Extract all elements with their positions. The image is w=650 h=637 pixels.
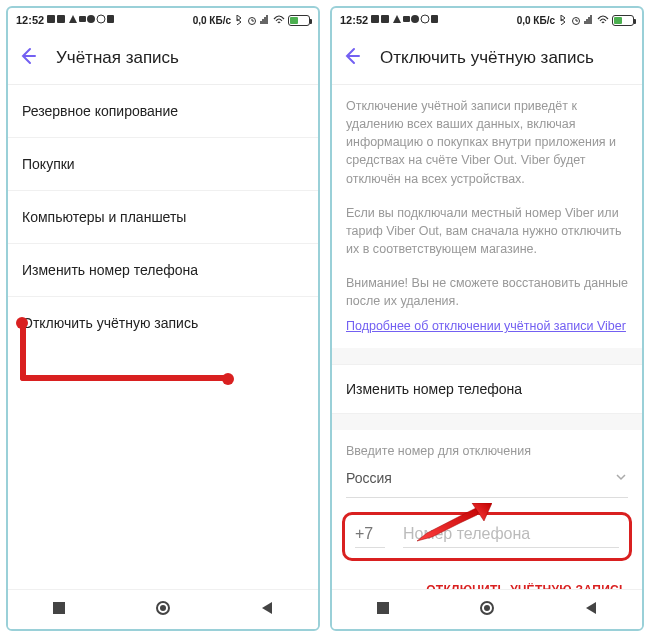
nav-back-icon[interactable] — [584, 601, 598, 619]
field-label: Введите номер для отключения — [332, 430, 642, 464]
learn-more-link[interactable]: Подробнее об отключении учётной записи V… — [332, 314, 642, 348]
wifi-icon — [273, 15, 285, 25]
svg-rect-1 — [57, 15, 65, 23]
country-value: Россия — [346, 470, 392, 486]
back-icon[interactable] — [342, 46, 362, 70]
svg-point-4 — [87, 15, 95, 23]
divider — [332, 414, 642, 430]
content-area: Отключение учётной записи приведёт к уда… — [332, 85, 642, 589]
svg-marker-14 — [393, 15, 401, 23]
content-area: Резервное копирование Покупки Компьютеры… — [8, 85, 318, 589]
status-time: 12:52 — [340, 14, 368, 26]
bluetooth-icon — [558, 15, 568, 25]
phone-input-highlight: +7 Номер телефона — [342, 512, 632, 561]
svg-rect-0 — [47, 15, 55, 23]
svg-marker-11 — [262, 602, 272, 614]
status-network: 0,0 КБ/с — [193, 15, 231, 26]
status-time: 12:52 — [16, 14, 44, 26]
back-icon[interactable] — [18, 46, 38, 70]
svg-point-24 — [484, 605, 490, 611]
status-bar: 12:52 0,0 КБ/с — [8, 8, 318, 32]
svg-rect-3 — [79, 16, 86, 22]
phone-screen-left: 12:52 0,0 КБ/с Учётная запись Резервное … — [6, 6, 320, 631]
signal-icon — [260, 15, 270, 25]
info-paragraph-2: Если вы подключали местный номер Viber и… — [332, 192, 642, 262]
phone-screen-right: 12:52 0,0 КБ/с Отключить учётную запись … — [330, 6, 644, 631]
svg-point-17 — [421, 15, 429, 23]
svg-rect-8 — [53, 602, 65, 614]
battery-icon — [612, 15, 634, 26]
section-change-number[interactable]: Изменить номер телефона — [332, 364, 642, 414]
chevron-down-icon — [614, 470, 628, 487]
list-item-change-number[interactable]: Изменить номер телефона — [8, 244, 318, 297]
nav-bar — [8, 589, 318, 629]
status-network: 0,0 КБ/с — [517, 15, 555, 26]
deactivate-button[interactable]: ОТКЛЮЧИТЬ УЧЁТНУЮ ЗАПИСЬ — [332, 569, 642, 589]
list-item-backup[interactable]: Резервное копирование — [8, 85, 318, 138]
nav-bar — [332, 589, 642, 629]
divider — [332, 348, 642, 364]
signal-icon — [584, 15, 594, 25]
info-paragraph-3: Внимание! Вы не сможете восстановить дан… — [332, 262, 642, 314]
svg-marker-25 — [586, 602, 596, 614]
phone-prefix[interactable]: +7 — [355, 525, 385, 548]
alarm-icon — [247, 15, 257, 25]
nav-home-icon[interactable] — [479, 600, 495, 620]
status-icons-left — [47, 14, 117, 26]
page-title: Учётная запись — [56, 48, 179, 68]
country-select[interactable]: Россия — [346, 464, 628, 498]
svg-point-10 — [160, 605, 166, 611]
list-item-devices[interactable]: Компьютеры и планшеты — [8, 191, 318, 244]
svg-rect-18 — [431, 15, 438, 23]
list-item-deactivate[interactable]: Отключить учётную запись — [8, 297, 318, 349]
status-icons-left — [371, 14, 441, 26]
alarm-icon — [571, 15, 581, 25]
battery-icon — [288, 15, 310, 26]
svg-point-16 — [411, 15, 419, 23]
svg-rect-22 — [377, 602, 389, 614]
svg-rect-6 — [107, 15, 114, 23]
svg-rect-13 — [381, 15, 389, 23]
nav-recent-icon[interactable] — [376, 601, 390, 619]
phone-number-input[interactable]: Номер телефона — [403, 525, 619, 548]
svg-rect-15 — [403, 16, 410, 22]
app-header: Отключить учётную запись — [332, 32, 642, 85]
app-header: Учётная запись — [8, 32, 318, 85]
svg-marker-2 — [69, 15, 77, 23]
svg-point-5 — [97, 15, 105, 23]
svg-rect-12 — [371, 15, 379, 23]
nav-back-icon[interactable] — [260, 601, 274, 619]
page-title: Отключить учётную запись — [380, 48, 594, 68]
wifi-icon — [597, 15, 609, 25]
nav-recent-icon[interactable] — [52, 601, 66, 619]
nav-home-icon[interactable] — [155, 600, 171, 620]
status-bar: 12:52 0,0 КБ/с — [332, 8, 642, 32]
bluetooth-icon — [234, 15, 244, 25]
info-paragraph-1: Отключение учётной записи приведёт к уда… — [332, 85, 642, 192]
list-item-purchases[interactable]: Покупки — [8, 138, 318, 191]
